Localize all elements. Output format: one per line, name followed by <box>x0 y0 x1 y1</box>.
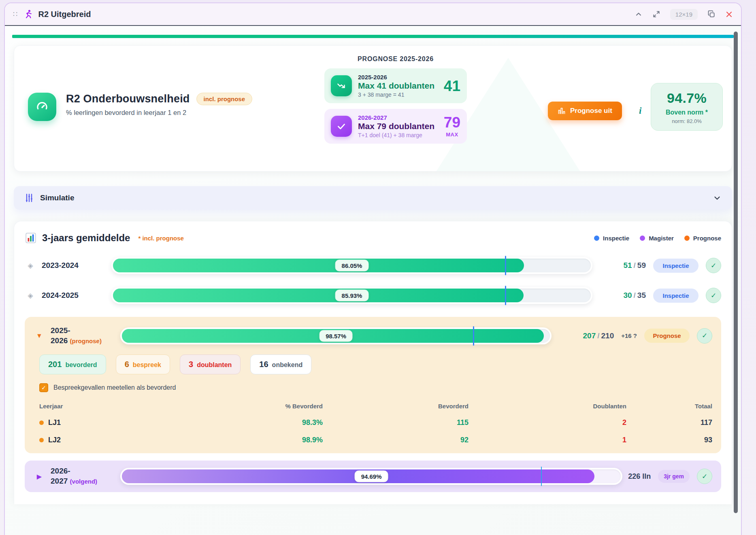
fraction: 30/35 <box>598 291 646 300</box>
bar-fill <box>113 259 524 272</box>
check-circle-icon: ✓ <box>706 258 721 273</box>
progress-bar: 98.57% <box>120 327 552 344</box>
runner-icon <box>23 9 33 19</box>
year-suffix: (volgend) <box>70 478 98 485</box>
card-note: T+1 doel (41) + 38 marge <box>358 132 438 138</box>
col-header: % Bevorderd <box>112 403 323 410</box>
bespreek-checkbox-row[interactable]: ✓ Bespreekgevallen meetellen als bevorde… <box>39 383 712 392</box>
card-note: 3 + 38 marge = 41 <box>358 91 438 98</box>
check-circle-icon: ✓ <box>706 288 721 303</box>
orange-dot-icon <box>39 420 44 425</box>
metric-title: R2 Onderbouwsnelheid <box>66 93 190 105</box>
checkbox-checked[interactable]: ✓ <box>39 383 48 392</box>
metric-subtitle: % leerlingen bevorderd in leerjaar 1 en … <box>66 109 252 117</box>
col-header: Totaal <box>626 403 712 410</box>
stat-label: Boven norm * <box>655 109 718 116</box>
pct-label: 98.57% <box>319 330 353 342</box>
legend-item-magister: Magister <box>640 235 674 242</box>
check-circle-icon: ✓ <box>697 469 712 484</box>
chip-bespreek: 6bespreek <box>116 355 170 374</box>
window-title: R2 Uitgebreid <box>38 10 91 19</box>
norm-marker <box>505 286 506 305</box>
next-panel-2026-2027[interactable]: ▶ 2026- 2027 (volgend) 94.69% <box>25 461 721 492</box>
col-header: Doublanten <box>469 403 626 410</box>
year-label: 2025- 2026 (prognose) <box>51 326 115 346</box>
card-value: 41 <box>444 79 460 93</box>
stat-value: 94.7% <box>655 90 718 106</box>
bar-chart-icon <box>558 107 566 115</box>
fraction: 51/59 <box>598 261 646 270</box>
section-title: 3-jaars gemiddelde <box>42 232 130 244</box>
card-title: Max 41 doublanten <box>358 81 438 91</box>
table-header-row: Leerjaar % Bevorderd Bevorderd Doublante… <box>39 403 712 410</box>
check-badge-icon <box>331 116 352 137</box>
card-year: 2025-2026 <box>358 74 438 81</box>
legend-dot <box>594 236 599 241</box>
chip-doublanten: 3doublanten <box>180 355 241 374</box>
chevron-down-icon[interactable] <box>713 193 722 202</box>
info-icon[interactable]: i <box>639 106 641 116</box>
accent-bar <box>12 35 734 38</box>
collapse-icon[interactable] <box>635 10 643 18</box>
pct-label: 86.05% <box>335 260 369 272</box>
collapse-triangle-icon[interactable]: ▼ <box>34 332 45 340</box>
bar-fill <box>113 289 524 302</box>
card-title: Max 79 doublanten <box>358 121 438 131</box>
metric-header-card: R2 Onderbouwsnelheid incl. prognose % le… <box>14 45 732 172</box>
expand-triangle-icon[interactable]: ▶ <box>34 473 45 480</box>
trend-down-icon <box>331 75 352 96</box>
card-value: 79 <box>444 115 460 130</box>
checkbox-label: Bespreekgevallen meetellen als bevorderd <box>53 384 176 391</box>
drag-handle-icon[interactable]: ∷ <box>13 10 18 19</box>
year-label: 2024-2025 <box>42 291 106 301</box>
scrollbar-thumb[interactable] <box>734 32 738 513</box>
prognose-panel-2025-2026[interactable]: ▼ 2025- 2026 (prognose) 98.57% <box>25 317 721 453</box>
orange-dot-icon <box>39 438 44 442</box>
progress-bar: 85.93% <box>111 287 592 304</box>
legend-dot <box>684 236 690 241</box>
simulatie-label: Simulatie <box>40 193 74 202</box>
chip-onbekend: 16onbekend <box>250 355 311 374</box>
col-header: Bevorderd <box>323 403 469 410</box>
section-note: * incl. prognose <box>138 235 184 242</box>
year-row-2024-2025: ◈ 2024-2025 85.93% 30/35 Inspectie ✓ <box>25 287 721 304</box>
size-badge: 12×19 <box>670 9 698 20</box>
table-row-lj1: LJ1 98.3% 115 2 117 <box>39 418 712 427</box>
incl-prognose-badge: incl. prognose <box>196 93 253 105</box>
check-circle-icon: ✓ <box>697 328 712 344</box>
year-suffix: (prognose) <box>70 338 102 344</box>
stat-norm: norm: 82.0% <box>655 118 718 124</box>
legend-item-prognose: Prognose <box>684 235 721 242</box>
student-count: 226 lln <box>628 472 651 481</box>
source-badge: Prognose <box>644 329 690 343</box>
legend-dot <box>640 236 645 241</box>
prognose-button-label: Prognose uit <box>570 107 612 115</box>
fraction: 207/210 <box>557 331 614 340</box>
widget-window: ∷ R2 Uitgebreid 12×19 <box>4 2 742 535</box>
chart-emoji-icon <box>25 232 37 244</box>
legend-item-inspectie: Inspectie <box>594 235 629 242</box>
year-row-2023-2024: ◈ 2023-2024 86.05% 51/59 Inspectie ✓ <box>25 257 721 274</box>
card-value-suffix: MAX <box>444 132 460 138</box>
unknown-count: +16 ? <box>621 332 637 339</box>
pct-label: 85.93% <box>335 290 369 301</box>
year-label: 2023-2024 <box>42 261 106 271</box>
progress-bar: 94.69% <box>120 468 622 485</box>
close-icon[interactable] <box>725 11 733 18</box>
copy-icon[interactable] <box>707 10 716 18</box>
diamond-icon: ◈ <box>25 261 36 270</box>
status-chips: 201bevorderd 6bespreek 3doublanten 16onb… <box>39 355 712 374</box>
prognose-card-2026: 2026-2027 Max 79 doublanten T+1 doel (41… <box>324 109 467 144</box>
simulatie-section-header[interactable]: Simulatie <box>14 186 732 210</box>
expand-icon[interactable] <box>652 10 660 18</box>
norm-stat-card: 94.7% Boven norm * norm: 82.0% <box>651 83 723 131</box>
prognose-card-2025: 2025-2026 Max 41 doublanten 3 + 38 marge… <box>324 68 467 103</box>
diamond-icon: ◈ <box>25 291 36 300</box>
year-label: 2026- 2027 (volgend) <box>51 466 115 486</box>
source-badge: Inspectie <box>653 289 699 303</box>
norm-marker <box>505 256 506 275</box>
prognose-heading: PROGNOSE 2025-2026 <box>324 55 467 63</box>
prognose-toggle-button[interactable]: Prognose uit <box>548 102 622 120</box>
gauge-icon <box>28 93 56 121</box>
norm-marker <box>541 467 542 486</box>
